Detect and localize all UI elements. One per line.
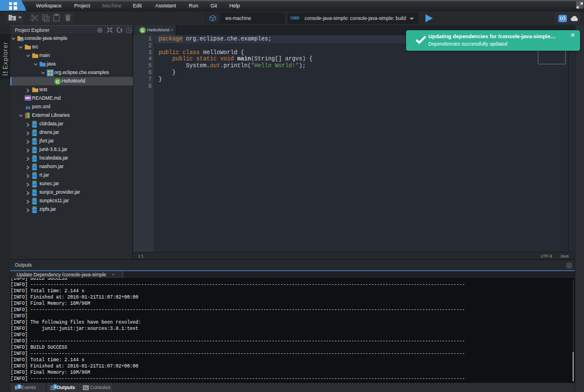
svg-text:C: C — [56, 79, 59, 84]
svg-text:m: m — [25, 104, 30, 110]
svg-text:MD: MD — [25, 96, 31, 100]
svg-text:C: C — [141, 28, 144, 33]
